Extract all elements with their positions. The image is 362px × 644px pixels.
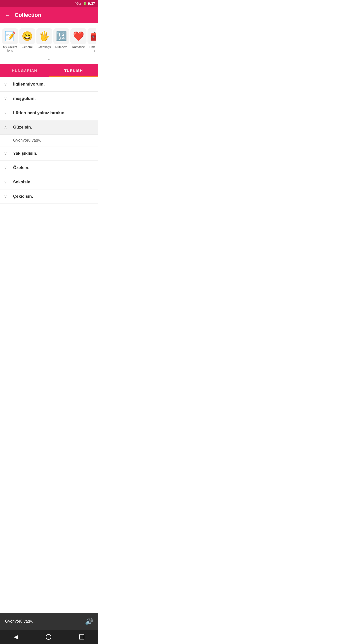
romance-label: Romance — [72, 45, 85, 49]
status-time: 9:37 — [88, 2, 95, 6]
translation-row: Gyönyörű vagy. — [0, 135, 98, 146]
category-item-numbers[interactable]: 🔢Numbers — [53, 27, 69, 54]
back-button[interactable]: ← — [5, 12, 11, 19]
category-section: 📝My Collect ions😄General🖐Greetings🔢Numbe… — [0, 23, 98, 54]
emergency-icon: 🧰 — [87, 28, 96, 44]
category-item-emergency[interactable]: 🧰Emergen cy — [87, 27, 96, 54]
translation-text: Gyönyörű vagy. — [13, 138, 41, 142]
category-row: 📝My Collect ions😄General🖐Greetings🔢Numbe… — [2, 27, 96, 54]
phrase-row[interactable]: ∨Çekicisin. — [0, 189, 98, 204]
my-collections-icon: 📝 — [2, 28, 18, 44]
phrase-row[interactable]: ∨Özelsin. — [0, 161, 98, 175]
tabs-bar: HUNGARIANTURKISH — [0, 64, 98, 77]
category-item-greetings[interactable]: 🖐Greetings — [36, 27, 52, 54]
phrase-text: Lütfen beni yalnız bırakın. — [13, 110, 66, 115]
category-item-my-collections[interactable]: 📝My Collect ions — [2, 27, 18, 54]
phrase-row[interactable]: ∨meşgulüm. — [0, 92, 98, 106]
chevron-up-icon: ∧ — [4, 125, 9, 130]
tab-hungarian[interactable]: HUNGARIAN — [0, 64, 49, 77]
signal-icon: 4G▲ — [75, 2, 82, 5]
chevron-down-icon: ∨ — [4, 82, 9, 87]
phrase-text: Yakışıklısın. — [13, 151, 37, 156]
category-item-general[interactable]: 😄General — [19, 27, 35, 54]
phrase-text: meşgulüm. — [13, 96, 36, 101]
greetings-label: Greetings — [38, 45, 51, 49]
phrase-text: İlgilenmiyorum. — [13, 82, 45, 87]
chevron-down-icon: ∨ — [4, 180, 9, 184]
phrase-text: Güzelsin. — [13, 125, 32, 130]
battery-icon: 🔋 — [83, 2, 87, 5]
chevron-down-icon: ∨ — [4, 194, 9, 199]
general-label: General — [22, 45, 33, 49]
status-icons: 4G▲ 🔋 9:37 — [75, 2, 95, 6]
phrase-text: Çekicisin. — [13, 194, 33, 199]
chevron-down-icon: ∨ — [4, 110, 9, 115]
phrase-text: Seksisin. — [13, 180, 32, 185]
category-item-romance[interactable]: ❤️Romance — [70, 27, 86, 54]
phrase-row[interactable]: ∨Yakışıklısın. — [0, 146, 98, 161]
expand-chevron-icon[interactable]: ⌄ — [47, 56, 51, 62]
numbers-icon: 🔢 — [53, 28, 69, 44]
phrase-row[interactable]: ∧Güzelsin. — [0, 120, 98, 135]
phrase-text: Özelsin. — [13, 165, 29, 170]
romance-icon: ❤️ — [70, 28, 86, 44]
my-collections-label: My Collect ions — [3, 45, 17, 53]
phrase-list: ∨İlgilenmiyorum.∨meşgulüm.∨Lütfen beni y… — [0, 77, 98, 204]
tab-turkish[interactable]: TURKISH — [49, 64, 98, 77]
chevron-down-icon: ∨ — [4, 96, 9, 101]
emergency-label: Emergen cy — [88, 45, 96, 53]
numbers-label: Numbers — [55, 45, 68, 49]
phrase-row[interactable]: ∨Seksisin. — [0, 175, 98, 189]
general-icon: 😄 — [19, 28, 35, 44]
status-bar: 4G▲ 🔋 9:37 — [0, 0, 98, 7]
expand-row[interactable]: ⌄ — [0, 54, 98, 64]
chevron-down-icon: ∨ — [4, 151, 9, 156]
top-bar: ← Collection — [0, 7, 98, 23]
greetings-icon: 🖐 — [36, 28, 52, 44]
page-title: Collection — [15, 12, 41, 18]
phrase-row[interactable]: ∨Lütfen beni yalnız bırakın. — [0, 106, 98, 120]
phrase-row[interactable]: ∨İlgilenmiyorum. — [0, 77, 98, 92]
chevron-down-icon: ∨ — [4, 165, 9, 170]
